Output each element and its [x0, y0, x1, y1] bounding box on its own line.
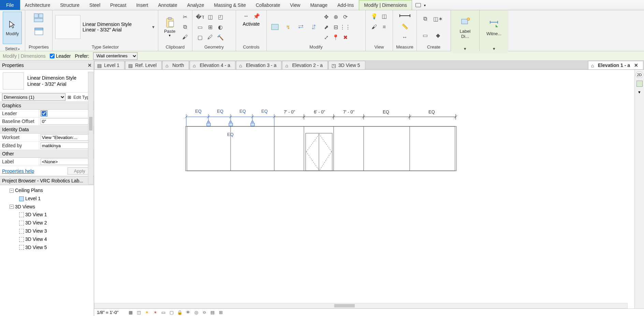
vtab-north[interactable]: ⌂North: [162, 61, 189, 69]
copy-icon[interactable]: ⧉: [180, 23, 189, 31]
temp-hide-icon[interactable]: 👁: [185, 310, 191, 316]
prop-label-value[interactable]: [41, 159, 92, 165]
tab-addins[interactable]: Add-Ins: [333, 0, 359, 10]
ceiling-level1[interactable]: Level 1: [25, 195, 41, 203]
mirror-draw-icon[interactable]: ⮃: [308, 22, 319, 32]
properties-close[interactable]: ✕: [88, 63, 92, 68]
trim-icon[interactable]: ⬈: [321, 22, 331, 32]
vtab-3dview5[interactable]: ◳3D View 5: [328, 61, 365, 69]
3dview5[interactable]: 3D View 5: [25, 244, 47, 252]
ceiling-collapse[interactable]: −: [10, 189, 14, 193]
panel-select-label[interactable]: Select: [5, 46, 20, 51]
project-browser[interactable]: −Ceiling Plans Level 1 −3D Views 3D View…: [0, 185, 94, 316]
properties-help-link[interactable]: Properties help: [2, 168, 34, 174]
brush-icon[interactable]: 🖌: [370, 23, 379, 31]
move-icon[interactable]: ✥: [321, 12, 331, 22]
modify-tool[interactable]: Modify: [3, 12, 22, 44]
offset-icon[interactable]: ↯: [282, 22, 293, 32]
prefer-select[interactable]: Wall centerlines: [93, 52, 137, 60]
measure-icon[interactable]: [399, 12, 411, 20]
tab-modify-dimensions[interactable]: Modify | Dimensions: [359, 0, 412, 10]
tab-insert[interactable]: Insert: [131, 0, 153, 10]
file-menu[interactable]: File: [0, 0, 20, 10]
witness-lines-button[interactable]: Witne...: [483, 12, 504, 44]
cope-icon[interactable]: �דּ: [195, 12, 205, 22]
cut-icon[interactable]: ✂: [180, 12, 189, 21]
tab-structure[interactable]: Structure: [55, 0, 85, 10]
panel-labeldim-dd[interactable]: ▾: [464, 46, 466, 51]
tab-view[interactable]: View: [285, 0, 305, 10]
tab-collaborate[interactable]: Collaborate: [251, 0, 286, 10]
cube-icon[interactable]: ◫: [380, 12, 389, 20]
delete-icon[interactable]: ✖: [340, 32, 350, 42]
prop-workset-value[interactable]: [41, 134, 92, 141]
unpin-icon[interactable]: 📍: [331, 32, 340, 42]
split-icon[interactable]: ⊟: [331, 22, 340, 32]
create-part-icon[interactable]: ◆: [433, 30, 443, 41]
tab-massing-site[interactable]: Massing & Site: [209, 0, 251, 10]
lines-icon[interactable]: ≡: [380, 23, 389, 31]
tab-precast[interactable]: Precast: [105, 0, 131, 10]
3dview1[interactable]: 3D View 1: [25, 211, 47, 219]
vtab-level1[interactable]: ▤Level 1: [94, 61, 125, 69]
3dview4[interactable]: 3D View 4: [25, 235, 47, 244]
wall-join-icon[interactable]: ▭: [195, 22, 205, 32]
quick-dropdown[interactable]: [423, 2, 426, 8]
tab-analyze[interactable]: Analyze: [182, 0, 209, 10]
paste-button[interactable]: Paste ▼: [161, 13, 178, 41]
beam-join-icon[interactable]: ⊞: [205, 22, 215, 32]
sun-path-icon[interactable]: ☀: [144, 310, 150, 316]
analytical-icon[interactable]: ⊞: [218, 310, 224, 316]
crop-region-icon[interactable]: ▢: [169, 310, 175, 316]
pin-icon[interactable]: 📌: [252, 12, 261, 20]
nav-more-icon[interactable]: ▾: [638, 90, 641, 95]
scale-icon[interactable]: ⤢: [321, 32, 331, 42]
split-face-icon[interactable]: ◐: [216, 22, 225, 32]
demolish-icon[interactable]: 🖊: [205, 32, 215, 42]
vtab-elev1-active[interactable]: ⌂Elevation 1 - a✕: [588, 61, 643, 69]
type-dropdown[interactable]: ▼: [151, 25, 155, 29]
panel-witness-dd[interactable]: ▾: [493, 46, 495, 51]
drawing-canvas[interactable]: 2D ▾: [94, 70, 644, 316]
activate-dim-icon[interactable]: ↔: [242, 12, 251, 20]
vtab-elev4[interactable]: ⌂Elevation 4 - a: [190, 61, 235, 69]
horizontal-scrollbar[interactable]: [94, 303, 628, 308]
3d-views-node[interactable]: 3D Views: [15, 203, 35, 211]
match-icon[interactable]: 🖌: [180, 33, 189, 42]
hammer-icon[interactable]: 🔨: [216, 32, 225, 42]
activate-button[interactable]: Activate: [243, 21, 260, 27]
prop-baseline-input[interactable]: [41, 118, 92, 125]
visual-style-icon[interactable]: ◫: [136, 310, 142, 316]
create-assembly-icon[interactable]: ▭: [420, 30, 430, 41]
ceiling-plans-node[interactable]: Ceiling Plans: [15, 187, 43, 195]
edit-type-icon[interactable]: ⊞: [68, 95, 71, 100]
type-selector-block[interactable]: Linear Dimension Style Linear - 3/32" Ar…: [0, 70, 94, 93]
label-dimension-button[interactable]: Label Di...: [454, 12, 477, 44]
copy2-icon[interactable]: ⊕: [331, 12, 340, 22]
reveal-icon[interactable]: ◎: [193, 310, 199, 316]
tab-steel[interactable]: Steel: [85, 0, 105, 10]
array-icon[interactable]: ⋮⋮: [340, 22, 350, 32]
join-icon[interactable]: ◰: [216, 12, 225, 22]
view-scale[interactable]: 1/8" = 1'-0": [97, 310, 124, 315]
3dview2[interactable]: 3D View 2: [25, 219, 47, 227]
properties-icon[interactable]: [32, 12, 46, 24]
show-hidden-icon[interactable]: ▤: [209, 310, 216, 316]
properties-scrollbar[interactable]: [88, 72, 93, 184]
tab-manage[interactable]: Manage: [305, 0, 333, 10]
paint-icon[interactable]: ▢: [195, 32, 205, 42]
bulb-icon[interactable]: 💡: [370, 12, 379, 20]
leader-checkbox[interactable]: [50, 54, 55, 58]
mirror-pick-icon[interactable]: ⮂: [295, 22, 306, 32]
vtab-reflevel[interactable]: ▤Ref. Level: [125, 61, 162, 69]
nav-wheel-icon[interactable]: [636, 81, 643, 87]
shadows-icon[interactable]: ✶: [152, 310, 158, 316]
vtab-close[interactable]: ✕: [634, 63, 638, 68]
dim-icon[interactable]: ↔: [399, 33, 411, 42]
element-filter[interactable]: Dimensions (1): [2, 93, 65, 101]
lock3d-icon[interactable]: 🔒: [177, 310, 183, 316]
create-group-icon[interactable]: ◫✶: [433, 13, 443, 24]
vtab-elev3[interactable]: ⌂Elevation 3 - a: [236, 61, 282, 69]
vtab-elev2[interactable]: ⌂Elevation 2 - a: [282, 61, 328, 69]
prop-leader-checkbox[interactable]: [42, 111, 46, 116]
